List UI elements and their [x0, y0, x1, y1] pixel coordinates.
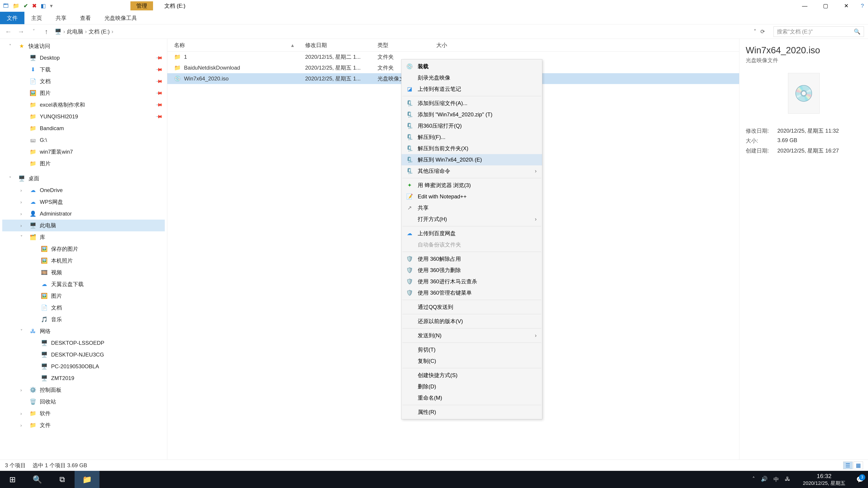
ctx-add-archive[interactable]: 🗜️添加到压缩文件(A)...: [401, 98, 542, 109]
ctx-open-with[interactable]: 打开方式(H)›: [401, 214, 542, 225]
tree-item[interactable]: 回收站: [40, 398, 56, 405]
nav-up-button[interactable]: ↑: [42, 28, 51, 35]
file-list[interactable]: 名称▴ 修改日期 类型 大小 📁1 2020/12/15, 星期二 1... 文…: [167, 39, 739, 459]
column-size[interactable]: 大小: [430, 41, 475, 49]
tree-item[interactable]: 保存的图片: [51, 246, 78, 253]
minimize-button[interactable]: —: [794, 0, 815, 12]
qat-delete-icon[interactable]: ✖: [32, 3, 37, 9]
tree-item-quickaccess[interactable]: 快速访问: [29, 42, 50, 50]
tree-item-libraries[interactable]: 库: [40, 234, 45, 241]
qat-dropdown-icon[interactable]: ▾: [50, 3, 53, 9]
breadcrumb[interactable]: 🖥️ › 此电脑 › 文档 (E:) ›: [55, 28, 749, 35]
tree-item[interactable]: 本机照片: [51, 257, 73, 264]
tree-item[interactable]: 音乐: [51, 316, 62, 323]
view-large-icons-button[interactable]: ▦: [854, 462, 863, 469]
action-center-button[interactable]: 💬3: [852, 476, 868, 483]
taskbar-clock[interactable]: 16:32 2020/12/25, 星期五: [796, 473, 852, 486]
ctx-copy[interactable]: 复制(C): [401, 355, 542, 367]
refresh-icon[interactable]: ⟳: [761, 29, 765, 35]
tree-item[interactable]: PC-20190530OBLA: [51, 363, 99, 369]
ctx-rename[interactable]: 重命名(M): [401, 392, 542, 403]
column-name[interactable]: 名称▴: [167, 41, 298, 49]
ctx-qq-send[interactable]: 通过QQ发送到: [401, 301, 542, 313]
tree-item-thispc[interactable]: 此电脑: [40, 222, 56, 229]
tree-item[interactable]: excel表格制作求和: [40, 101, 85, 108]
ctx-notepadpp[interactable]: 📝Edit with Notepad++: [401, 191, 542, 202]
tree-item[interactable]: G:\: [40, 137, 47, 143]
crumb-thispc[interactable]: 此电脑: [67, 28, 83, 35]
search-input[interactable]: 搜索"文档 (E:)" 🔍: [774, 26, 864, 37]
tree-item[interactable]: WPS网盘: [40, 198, 63, 205]
tree-item[interactable]: 图片: [40, 160, 51, 167]
tree-item-desktop[interactable]: 桌面: [29, 175, 39, 182]
ctx-share[interactable]: ↗共享: [401, 202, 542, 214]
contextual-tab-label[interactable]: 管理: [130, 1, 153, 10]
ctx-restore-previous[interactable]: 还原以前的版本(V): [401, 316, 542, 327]
tree-item[interactable]: YUNQISHI2019: [40, 113, 78, 120]
tree-item[interactable]: 图片: [40, 90, 51, 97]
ctx-other-compress[interactable]: 🗜️其他压缩命令›: [401, 165, 542, 177]
tree-item[interactable]: 图片: [51, 292, 62, 300]
nav-back-button[interactable]: ←: [4, 28, 13, 35]
ctx-honeybrowser[interactable]: ✦用 蜂蜜浏览器 浏览(3): [401, 180, 542, 191]
ribbon-tab-share[interactable]: 共享: [49, 12, 73, 24]
tree-item[interactable]: 文档: [40, 78, 51, 85]
ctx-mount[interactable]: 💿装载: [401, 61, 542, 72]
chevron-right-icon[interactable]: ›: [63, 29, 65, 35]
ctx-extract-to[interactable]: 🗜️解压到(F)...: [401, 131, 542, 143]
ctx-youdao-upload[interactable]: ◪上传到有道云笔记: [401, 84, 542, 95]
ctx-create-shortcut[interactable]: 创建快捷方式(S): [401, 369, 542, 381]
tree-item[interactable]: 软件: [40, 410, 51, 417]
ribbon-tab-file[interactable]: 文件: [0, 12, 24, 24]
task-view-button[interactable]: ⧉: [50, 471, 74, 488]
network-icon[interactable]: 🖧: [785, 476, 790, 483]
ctx-delete[interactable]: 删除(D): [401, 381, 542, 392]
ctx-baidu-upload[interactable]: ☁上传到百度网盘: [401, 228, 542, 239]
taskbar-app-explorer[interactable]: 📁: [74, 471, 99, 488]
tree-item[interactable]: 天翼云盘下载: [51, 281, 84, 288]
tree-item[interactable]: 文档: [51, 304, 62, 311]
help-button[interactable]: ?: [857, 0, 868, 12]
ctx-add-zip[interactable]: 🗜️添加到 "Win7x64_2020.zip" (T): [401, 109, 542, 120]
ctx-cut[interactable]: 剪切(T): [401, 344, 542, 355]
tree-item[interactable]: win7重装win7: [40, 148, 73, 156]
ctx-360-free[interactable]: 🛡️使用 360解除占用: [401, 253, 542, 265]
ctx-send-to[interactable]: 发送到(N)›: [401, 330, 542, 341]
ribbon-tab-disctool[interactable]: 光盘映像工具: [98, 12, 144, 24]
tree-item[interactable]: Desktop: [40, 55, 60, 61]
column-date[interactable]: 修改日期: [298, 41, 371, 49]
tree-item[interactable]: DESKTOP-NJEU3CG: [51, 352, 104, 358]
view-details-button[interactable]: ☰: [843, 462, 852, 469]
qat-save-icon[interactable]: ✔: [24, 3, 28, 9]
taskbar-search-button[interactable]: 🔍: [25, 471, 50, 488]
tree-item[interactable]: ZMT2019: [51, 375, 74, 381]
close-button[interactable]: ✕: [836, 0, 857, 12]
search-icon[interactable]: 🔍: [854, 29, 861, 35]
tree-item[interactable]: 控制面板: [40, 386, 61, 394]
volume-icon[interactable]: 🔊: [761, 476, 768, 483]
ctx-open-360zip[interactable]: 🗜️用360压缩打开(Q): [401, 120, 542, 131]
ctx-burn[interactable]: 刻录光盘映像: [401, 72, 542, 84]
address-dropdown-icon[interactable]: ˅: [754, 29, 756, 35]
ime-indicator[interactable]: 中: [774, 476, 779, 483]
chevron-right-icon[interactable]: ›: [85, 29, 87, 35]
tree-item[interactable]: 下载: [40, 66, 51, 73]
tray-overflow-icon[interactable]: ˄: [752, 476, 755, 483]
ctx-360-trojan-scan[interactable]: 🛡️使用 360进行木马云查杀: [401, 276, 542, 287]
folder-qat-icon[interactable]: 📁: [13, 3, 20, 9]
ctx-extract-here[interactable]: 🗜️解压到当前文件夹(X): [401, 143, 542, 154]
ribbon-tab-home[interactable]: 主页: [24, 12, 49, 24]
ribbon-tab-view[interactable]: 查看: [73, 12, 98, 24]
ctx-360-force-delete[interactable]: 🛡️使用 360强力删除: [401, 265, 542, 276]
column-type[interactable]: 类型: [371, 41, 430, 49]
ctx-properties[interactable]: 属性(R): [401, 406, 542, 418]
ctx-extract-named[interactable]: 🗜️解压到 Win7x64_2020\ (E): [401, 154, 542, 165]
maximize-button[interactable]: ▢: [815, 0, 836, 12]
tree-item[interactable]: 文件: [40, 422, 51, 429]
start-button[interactable]: ⊞: [0, 471, 25, 488]
ctx-360-menu-manage[interactable]: 🛡️使用 360管理右键菜单: [401, 287, 542, 298]
tree-item[interactable]: OneDrive: [40, 187, 63, 193]
tree-item[interactable]: Bandicam: [40, 125, 64, 131]
nav-recent-dropdown[interactable]: ˅: [29, 29, 38, 35]
tree-item[interactable]: Administrator: [40, 210, 72, 217]
